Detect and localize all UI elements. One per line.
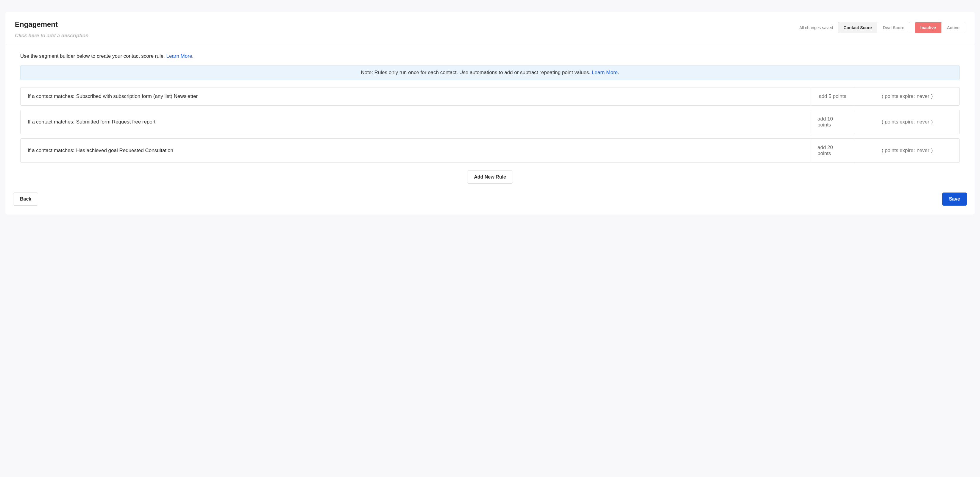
rule-row[interactable]: If a contact matches: Has achieved goal … [20, 138, 960, 163]
rule-points: add 5 points [810, 87, 855, 105]
rule-condition-text: Submitted form Request free report [76, 119, 155, 125]
score-card: Engagement Click here to add a descripti… [5, 12, 975, 215]
card-header: Engagement Click here to add a descripti… [5, 12, 975, 45]
rule-condition-text: Has achieved goal Requested Consultation [76, 148, 173, 154]
rule-prefix: If a contact matches: [28, 94, 75, 99]
expire-value: never [916, 148, 929, 154]
back-button[interactable]: Back [13, 192, 38, 206]
rule-condition: If a contact matches: Submitted form Req… [21, 110, 810, 134]
rule-expire: ( points expire: never ) [855, 87, 959, 105]
intro-text: Use the segment builder below to create … [20, 53, 960, 59]
card-footer: Back Save [5, 192, 975, 215]
rule-row[interactable]: If a contact matches: Submitted form Req… [20, 110, 960, 134]
expire-prefix: ( points expire: [882, 119, 915, 125]
header-left: Engagement Click here to add a descripti… [15, 20, 89, 39]
expire-value: never [916, 94, 929, 99]
expire-suffix: ) [931, 148, 933, 154]
rule-condition: If a contact matches: Has achieved goal … [21, 139, 810, 162]
expire-suffix: ) [931, 119, 933, 125]
rule-expire: ( points expire: never ) [855, 139, 959, 162]
intro-period: . [192, 53, 194, 59]
rule-prefix: If a contact matches: [28, 119, 75, 125]
expire-value: never [916, 119, 929, 125]
expire-prefix: ( points expire: [882, 148, 915, 154]
rule-points: add 10 points [810, 110, 855, 134]
contact-score-toggle[interactable]: Contact Score [838, 22, 877, 33]
saved-status: All changes saved [799, 25, 833, 30]
header-right: All changes saved Contact Score Deal Sco… [799, 20, 965, 33]
deal-score-toggle[interactable]: Deal Score [877, 22, 910, 33]
expire-prefix: ( points expire: [882, 94, 915, 99]
rules-list: If a contact matches: Subscribed with su… [20, 87, 960, 163]
inactive-toggle[interactable]: Inactive [915, 22, 941, 33]
page-title: Engagement [15, 20, 89, 29]
rule-row[interactable]: If a contact matches: Subscribed with su… [20, 87, 960, 106]
intro-learn-more-link[interactable]: Learn More [166, 53, 192, 59]
rule-condition-text: Subscribed with subscription form (any l… [76, 94, 198, 99]
rule-prefix: If a contact matches: [28, 148, 75, 154]
active-toggle[interactable]: Active [941, 22, 965, 33]
save-button[interactable]: Save [942, 192, 967, 206]
note-text: Note: Rules only run once for each conta… [361, 70, 592, 75]
description-input[interactable]: Click here to add a description [15, 33, 89, 39]
note-learn-more-link[interactable]: Learn More [592, 70, 618, 75]
note-period: . [618, 70, 619, 75]
add-rule-button[interactable]: Add New Rule [467, 170, 513, 184]
add-rule-wrap: Add New Rule [20, 170, 960, 184]
note-box: Note: Rules only run once for each conta… [20, 65, 960, 80]
expire-suffix: ) [931, 94, 933, 99]
intro-text-main: Use the segment builder below to create … [20, 53, 166, 59]
status-toggle: Inactive Active [915, 22, 965, 33]
score-type-toggle: Contact Score Deal Score [838, 22, 910, 33]
rule-condition: If a contact matches: Subscribed with su… [21, 87, 810, 105]
rule-points: add 20 points [810, 139, 855, 162]
rule-expire: ( points expire: never ) [855, 110, 959, 134]
card-body: Use the segment builder below to create … [5, 45, 975, 192]
